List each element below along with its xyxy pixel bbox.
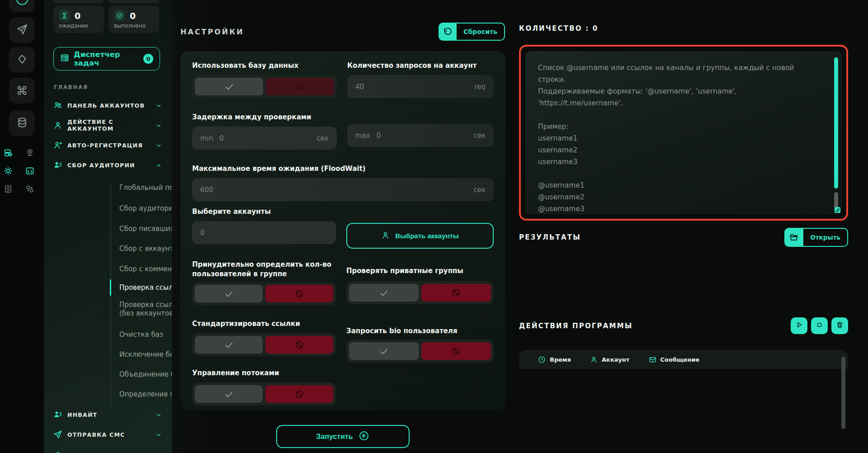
requests-label: Количество запросов на аккаунт (347, 61, 494, 71)
play-circle-icon (359, 430, 369, 443)
run-button[interactable]: Запустить (276, 425, 410, 448)
server-check-icon[interactable] (4, 148, 13, 157)
stop-icon (816, 321, 823, 330)
cutoff-card (53, 0, 104, 3)
submenu-item-exclude-bases[interactable]: Исключение баз (119, 350, 172, 359)
app-root: ⌘ 0 ожидание (0, 0, 868, 453)
webcam-icon[interactable] (25, 148, 34, 157)
resize-grip[interactable] (835, 207, 840, 213)
send-button[interactable] (9, 17, 35, 43)
toggle-yes-option[interactable] (349, 284, 419, 302)
threads-toggle[interactable] (192, 382, 336, 406)
task-manager-button[interactable]: Диспетчер задач 0 (53, 47, 160, 71)
sidebar-item-invite[interactable]: ИНВАЙТ (53, 409, 162, 420)
done-stat-card: 0 выполнено (108, 6, 159, 33)
force-count-toggle[interactable] (192, 282, 336, 305)
toggle-yes-option[interactable] (195, 385, 263, 403)
usernames-placeholder: Список @username или ссылок на каналы и … (538, 62, 821, 214)
diamond-button[interactable] (9, 47, 35, 73)
program-log-panel: Время Аккаунт Сообщение (519, 350, 848, 453)
chevron-down-icon (156, 431, 162, 438)
check-private-toggle[interactable] (346, 281, 494, 304)
usernames-textarea[interactable]: Список @username или ссылок на каналы и … (525, 51, 842, 214)
sidebar-item-label: СБОР АУДИТОРИИ (67, 162, 151, 169)
quantity-title: КОЛИЧЕСТВО : 0 (519, 24, 848, 33)
toggle-no-option[interactable] (265, 285, 333, 302)
submenu-item-collect-audience[interactable]: Сбор аудитории (119, 204, 172, 213)
toggle-no-option[interactable] (421, 342, 491, 360)
delay-label: Задержка между проверками (192, 113, 337, 122)
swap-icon[interactable] (25, 184, 34, 193)
sidebar-item-account-actions[interactable]: ДЕЙСТВИЕ С АККАУНТОМ (53, 119, 162, 131)
delay-min-input[interactable]: min 0 сек (192, 127, 337, 150)
submenu-item-check-links-no-accounts[interactable]: Проверка ссылок (без аккаунтов) (119, 301, 172, 318)
sidebar-item-label: ОТПРАВКА СМС (67, 431, 151, 438)
submenu-item-gender-detect[interactable]: Определение пола (119, 390, 172, 399)
sidebar-item-audience-collection[interactable]: СБОР АУДИТОРИИ (53, 159, 162, 171)
settings-column: НАСТРОЙКИ Сбросить Использовать базу дан… (172, 0, 511, 453)
pending-stat-card: 0 ожидание (53, 6, 104, 33)
task-manager-badge: 0 (143, 54, 153, 64)
done-label: выполнено (114, 23, 154, 29)
stop-button[interactable] (811, 317, 828, 334)
sidebar-item-label: АВТО-РЕГИСТРАЦИЯ (67, 142, 151, 149)
toggle-yes-option[interactable] (195, 78, 263, 95)
submenu-item-merge-bases[interactable]: Объединение баз (119, 370, 172, 379)
person-list-icon (53, 410, 62, 419)
settings-card: Использовать базу данных Задержка между … (180, 51, 505, 410)
request-bio-label: Запросить bio пользователя (346, 326, 494, 336)
icon-rail: ⌘ (0, 0, 44, 453)
clear-log-button[interactable] (831, 317, 848, 334)
chevron-down-icon (156, 122, 162, 128)
requests-input[interactable]: 40 req (347, 75, 494, 98)
textarea-scrollbar-track[interactable] (834, 57, 838, 189)
play-button[interactable] (791, 317, 807, 334)
pending-label: ожидание (59, 23, 99, 29)
home-button[interactable] (9, 0, 35, 12)
submenu-item-chat-writers[interactable]: Сбор писавших в чат (119, 225, 172, 233)
users-icon (53, 101, 62, 110)
sidebar: 0 ожидание 0 выполнено Диспетчер задач 0… (44, 0, 172, 453)
submenu-item-global-search[interactable]: Глобальный поиск (119, 184, 172, 192)
toggle-no-option[interactable] (266, 78, 334, 95)
reset-button[interactable]: Сбросить (439, 23, 505, 41)
floodwait-input[interactable]: 600 сек (192, 178, 494, 201)
command-button[interactable]: ⌘ (9, 78, 35, 104)
toggle-yes-option[interactable] (349, 342, 419, 360)
delay-max-input[interactable]: max 0 сек (347, 124, 494, 147)
code-window-icon[interactable] (25, 166, 34, 175)
submenu-item-check-links[interactable]: Проверка ссылок (119, 283, 172, 292)
sidebar-item-label: ДЕЙСТВИЕ С АККАУНТОМ (67, 118, 151, 132)
sidebar-item-cutoff (53, 449, 162, 453)
log-scrollbar-thumb[interactable] (841, 357, 845, 429)
request-bio-toggle[interactable] (346, 340, 494, 363)
sidebar-item-auto-registration[interactable]: АВТО-РЕГИСТРАЦИЯ (53, 139, 162, 151)
toggle-yes-option[interactable] (195, 336, 263, 354)
chevron-down-icon (156, 411, 162, 418)
document-check-icon[interactable] (4, 184, 13, 193)
database-button[interactable] (9, 110, 35, 136)
toggle-no-option[interactable] (265, 385, 333, 403)
accounts-count-input[interactable]: 0 (192, 221, 336, 244)
open-results-label: Открыть (803, 228, 848, 247)
select-accounts-button[interactable]: Выбрать аккаунты (346, 223, 494, 249)
active-item-indicator (110, 279, 111, 296)
toggle-no-option[interactable] (421, 284, 491, 302)
sidebar-item-accounts-panel[interactable]: ПАНЕЛЬ АККАУНТОВ (53, 99, 162, 111)
min-prefix: min (200, 134, 213, 142)
toggle-no-option[interactable] (265, 336, 333, 354)
sidebar-item-label: ПАНЕЛЬ АККАУНТОВ (67, 102, 151, 109)
submenu-item-from-account[interactable]: Сбор с аккаунта (119, 245, 172, 253)
rail-mini-grid (0, 148, 44, 193)
submenu-item-clean-bases[interactable]: Очистка баз (119, 330, 172, 339)
sidebar-item-send-sms[interactable]: ОТПРАВКА СМС (53, 429, 162, 440)
open-results-button[interactable]: Открыть (784, 228, 848, 246)
gear-icon[interactable] (4, 166, 13, 175)
submenu-item-from-comments[interactable]: Сбор с комментариев (119, 265, 172, 274)
usernames-highlight-frame: Список @username или ссылок на каналы и … (519, 45, 848, 221)
envelope-icon (649, 356, 656, 363)
toggle-yes-option[interactable] (195, 285, 263, 302)
use-db-toggle[interactable] (192, 75, 337, 98)
settings-col-left-2: Выберите аккаунты 0 Принудительно опреде… (192, 201, 336, 406)
standardize-toggle[interactable] (192, 333, 336, 356)
